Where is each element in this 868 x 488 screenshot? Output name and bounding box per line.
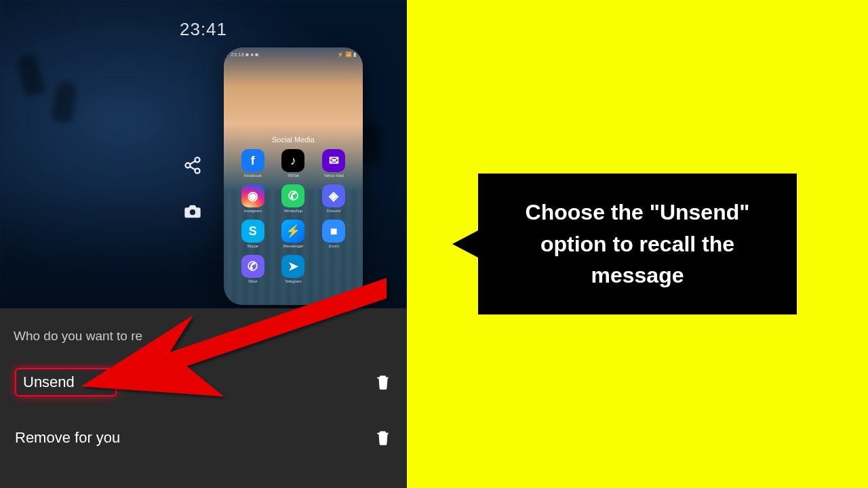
app-whatsapp[interactable]: ✆WhatsApp — [279, 184, 308, 213]
app-grid: fFacebook ♪TikTok ✉Yahoo Mail ◉Instagram… — [237, 149, 349, 283]
instruction-panel: Choose the "Unsend" option to recall the… — [407, 0, 868, 488]
app-telegram[interactable]: ➤Telegram — [279, 255, 308, 283]
share-icon[interactable] — [183, 156, 202, 175]
instruction-callout: Choose the "Unsend" option to recall the… — [478, 174, 797, 314]
app-viber[interactable]: ✆Viber — [239, 255, 267, 283]
mail-icon: ✉ — [322, 149, 345, 172]
tutorial-slide: 23:41 23:18 ■ ● ■ ⚡ 📶 ▮ Social Media fFa… — [0, 0, 868, 488]
remove-message-sheet: Who do you want to re Unsend Remove for … — [0, 308, 407, 488]
tiktok-icon: ♪ — [281, 149, 304, 172]
discord-icon: ◈ — [322, 184, 345, 207]
phone-preview: 23:18 ■ ● ■ ⚡ 📶 ▮ Social Media fFacebook… — [224, 47, 363, 305]
app-discord[interactable]: ◈Discord — [319, 184, 348, 213]
messenger-icon: ⚡ — [281, 220, 304, 243]
whatsapp-icon: ✆ — [281, 184, 304, 207]
screenshot-panel: 23:41 23:18 ■ ● ■ ⚡ 📶 ▮ Social Media fFa… — [0, 0, 407, 488]
app-folder: Social Media fFacebook ♪TikTok ✉Yahoo Ma… — [237, 136, 349, 283]
svg-point-1 — [186, 163, 191, 168]
svg-point-2 — [195, 169, 200, 174]
app-yahoo[interactable]: ✉Yahoo Mail — [319, 149, 348, 178]
viber-icon: ✆ — [241, 255, 264, 278]
instruction-text: Choose the "Unsend" option to recall the… — [526, 200, 750, 287]
unsend-button[interactable]: Unsend — [15, 368, 117, 396]
app-zoom[interactable]: ■Zoom — [319, 220, 348, 248]
trash-icon[interactable] — [374, 429, 392, 447]
camera-icon[interactable] — [183, 202, 202, 221]
folder-title: Social Media — [237, 136, 349, 144]
svg-line-4 — [190, 161, 195, 165]
clock-time: 23:41 — [180, 19, 227, 40]
app-instagram[interactable]: ◉Instagram — [239, 184, 267, 213]
skype-icon: S — [241, 220, 264, 243]
facebook-icon: f — [241, 149, 264, 172]
trash-icon[interactable] — [374, 373, 392, 391]
app-facebook[interactable]: fFacebook — [239, 149, 267, 178]
app-skype[interactable]: SSkype — [239, 220, 267, 248]
svg-point-5 — [190, 209, 195, 215]
unsend-option-row: Unsend — [11, 363, 396, 402]
svg-point-0 — [195, 157, 200, 162]
app-messenger[interactable]: ⚡Messenger — [279, 220, 308, 248]
phone-statusbar: 23:18 ■ ● ■ ⚡ 📶 ▮ — [231, 52, 356, 61]
remove-for-you-button[interactable]: Remove for you — [15, 429, 120, 447]
side-actions — [183, 156, 202, 221]
zoom-icon: ■ — [322, 220, 345, 243]
app-tiktok[interactable]: ♪TikTok — [279, 149, 308, 178]
svg-line-3 — [190, 167, 195, 170]
callout-pointer — [452, 230, 478, 258]
remove-for-you-option-row: Remove for you — [11, 424, 396, 452]
instagram-icon: ◉ — [241, 184, 264, 207]
sheet-prompt: Who do you want to re — [11, 329, 396, 344]
telegram-icon: ➤ — [281, 255, 304, 278]
